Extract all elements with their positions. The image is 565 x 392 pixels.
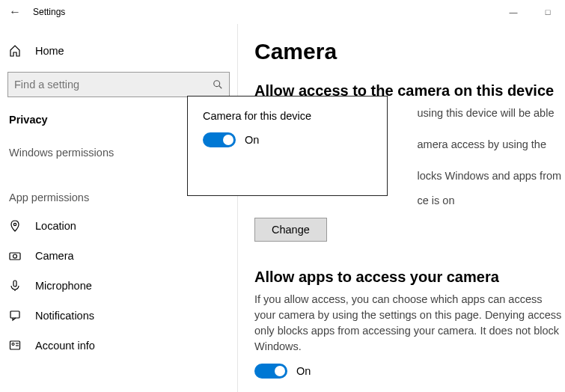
svg-point-0 — [214, 81, 220, 87]
sidebar-item-camera[interactable]: Camera — [0, 241, 237, 271]
sidebar-item-location[interactable]: Location — [0, 211, 237, 241]
svg-point-4 — [13, 254, 17, 258]
device-camera-toggle-label: On — [245, 134, 259, 146]
apps-camera-toggle-label: On — [296, 365, 311, 377]
apps-camera-toggle[interactable] — [254, 364, 287, 379]
page-title: Camera — [254, 39, 565, 64]
section-allow-apps-body: If you allow access, you can choose whic… — [254, 292, 565, 355]
search-box[interactable] — [7, 72, 230, 97]
sidebar-item-label: Account info — [35, 340, 95, 352]
minimize-button[interactable]: — — [496, 0, 531, 24]
back-button[interactable]: ← — [6, 5, 24, 19]
svg-rect-3 — [10, 253, 20, 260]
location-icon — [9, 220, 24, 232]
sidebar: Home Privacy Windows permissions App per… — [0, 24, 238, 392]
search-icon — [213, 79, 223, 90]
svg-rect-6 — [10, 311, 19, 318]
sidebar-home-label: Home — [35, 45, 64, 57]
notifications-icon — [9, 310, 24, 322]
svg-line-1 — [219, 86, 222, 89]
sidebar-item-account-info[interactable]: Account info — [0, 331, 237, 361]
sidebar-item-label: Location — [35, 220, 76, 232]
search-input[interactable] — [14, 79, 213, 91]
microphone-icon — [9, 280, 24, 292]
window-title: Settings — [33, 7, 65, 17]
device-camera-toggle[interactable] — [203, 132, 236, 147]
svg-rect-5 — [13, 281, 16, 287]
svg-point-2 — [13, 223, 16, 225]
home-icon — [9, 45, 24, 57]
main-content: Camera Allow access to the camera on thi… — [238, 24, 565, 392]
account-icon — [9, 340, 24, 352]
sidebar-item-notifications[interactable]: Notifications — [0, 301, 237, 331]
change-button[interactable]: Change — [254, 218, 327, 242]
svg-point-8 — [12, 343, 14, 346]
popup-title: Camera for this device — [203, 110, 372, 122]
sidebar-item-label: Microphone — [35, 280, 92, 292]
maximize-button[interactable]: □ — [531, 0, 565, 24]
sidebar-item-label: Notifications — [35, 310, 94, 322]
sidebar-home[interactable]: Home — [0, 39, 237, 63]
sidebar-item-microphone[interactable]: Microphone — [0, 271, 237, 301]
camera-icon — [9, 250, 24, 262]
section-allow-apps-heading: Allow apps to access your camera — [254, 269, 565, 286]
sidebar-item-label: Camera — [35, 250, 74, 262]
camera-device-popup: Camera for this device On — [187, 96, 388, 196]
